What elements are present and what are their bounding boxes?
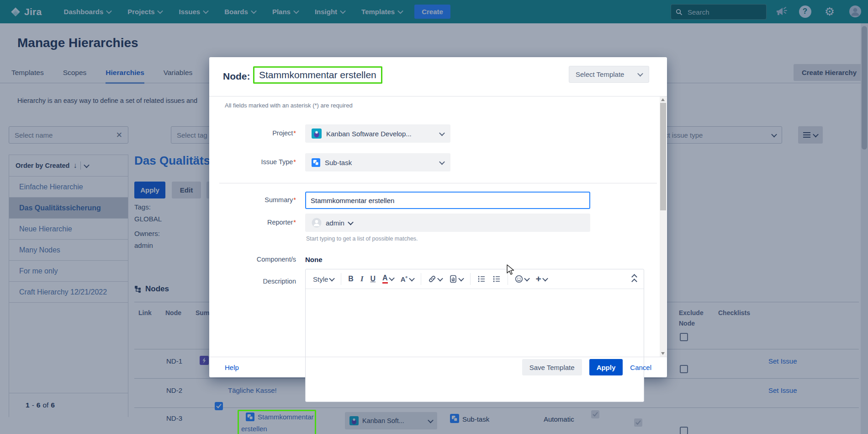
chevron-down-icon — [439, 130, 445, 136]
bullet-list-icon — [477, 275, 486, 283]
reporter-label: Reporter — [209, 219, 296, 226]
issue-type-select[interactable]: Sub-task — [305, 153, 450, 171]
collapse-toolbar-button[interactable] — [632, 275, 636, 284]
link-icon — [428, 275, 436, 283]
highlight-box-node-cell — [238, 410, 316, 434]
chevron-down-icon — [389, 275, 395, 281]
emoji-icon — [515, 275, 523, 283]
dialog-title-value: Stammkommentar erstellen — [259, 70, 376, 80]
scrollbar-thumb[interactable] — [660, 103, 666, 210]
numbered-list-icon — [492, 275, 501, 283]
project-label: Project — [209, 129, 296, 137]
chevron-down-icon — [348, 219, 354, 225]
dialog-title-label: Node: — [223, 71, 250, 82]
chevron-down-icon — [329, 275, 335, 281]
chevron-down-icon — [439, 159, 445, 165]
insert-more-button[interactable]: + — [536, 273, 547, 284]
link-button[interactable] — [428, 275, 442, 283]
jira-screen: Jira Dashboards Projects Issues Boards P… — [0, 0, 868, 434]
scroll-down-icon[interactable] — [661, 352, 665, 355]
description-editor[interactable]: Style B I U A A˚ — [305, 269, 644, 402]
help-link[interactable]: Help — [225, 364, 239, 371]
chevron-down-icon — [542, 275, 548, 281]
highlight-box-dialog-title: Stammkommentar erstellen — [253, 66, 382, 84]
description-label: Description — [209, 278, 296, 285]
subtask-issue-icon — [312, 158, 320, 167]
emoji-button[interactable] — [515, 275, 529, 283]
issue-type-label: Issue Type — [209, 158, 296, 166]
text-color-button[interactable]: A — [382, 274, 394, 284]
chevron-down-icon — [458, 275, 464, 281]
text-size-button[interactable]: A˚ — [401, 275, 414, 283]
cancel-link[interactable]: Cancel — [630, 364, 651, 371]
save-template-button[interactable]: Save Template — [522, 359, 582, 375]
component-value: None — [305, 256, 323, 263]
node-dialog: Node: Stammkommentar erstellen Select Te… — [209, 57, 667, 377]
numbered-list-button[interactable] — [492, 275, 501, 283]
style-dropdown[interactable]: Style — [313, 275, 334, 283]
divider — [209, 96, 667, 96]
dialog-scrollbar[interactable] — [660, 96, 667, 357]
editor-toolbar: Style B I U A A˚ — [306, 269, 644, 289]
summary-label: Summary — [209, 196, 296, 204]
italic-button[interactable]: I — [360, 274, 364, 284]
chevron-down-icon — [437, 275, 443, 281]
chevron-down-icon — [524, 275, 530, 281]
reporter-select[interactable]: admin — [305, 214, 590, 232]
bullet-list-button[interactable] — [477, 275, 486, 283]
underline-button[interactable]: U — [370, 275, 376, 283]
attachment-icon — [449, 275, 457, 283]
mouse-cursor — [506, 264, 516, 275]
bold-button[interactable]: B — [348, 275, 354, 283]
project-select[interactable]: Kanban Software Develop... — [305, 124, 450, 143]
select-template-dropdown[interactable]: Select Template — [569, 66, 649, 83]
required-fields-note: All fields marked with an asterisk (*) a… — [225, 102, 353, 109]
attachment-button[interactable] — [449, 275, 463, 283]
chevron-down-icon — [409, 275, 415, 281]
summary-input[interactable] — [305, 192, 590, 209]
scroll-up-icon[interactable] — [661, 98, 665, 101]
reporter-help-text: Start typing to get a list of possible m… — [306, 236, 418, 242]
dialog-footer: Help Save Template Apply Cancel — [209, 357, 667, 377]
project-avatar — [312, 129, 322, 139]
component-label: Component/s — [209, 256, 296, 263]
apply-button[interactable]: Apply — [589, 359, 623, 375]
chevron-down-icon — [637, 71, 643, 77]
divider — [219, 183, 657, 183]
user-avatar-icon — [312, 218, 322, 228]
description-textarea[interactable] — [306, 289, 644, 402]
